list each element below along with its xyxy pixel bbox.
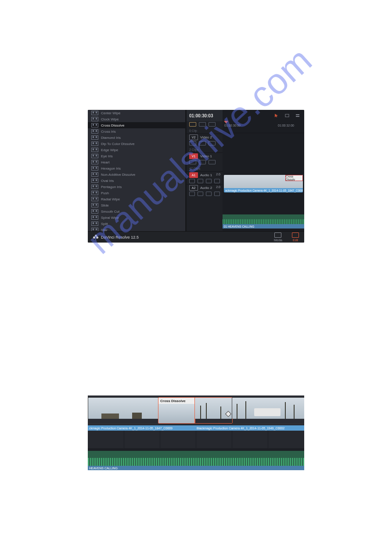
track-name: Video 2 bbox=[200, 135, 212, 139]
opt-icon[interactable] bbox=[209, 122, 216, 127]
effect-item[interactable]: Radial Wipe bbox=[88, 196, 185, 202]
page-edit[interactable]: Edit bbox=[292, 232, 299, 242]
timeline-ruler[interactable]: 01:00:30:00 01:00:32:00 bbox=[223, 121, 304, 133]
resolve-logo-icon bbox=[93, 235, 98, 240]
app-logo[interactable]: DaVinci Resolve 12.5 bbox=[93, 235, 139, 240]
effect-item[interactable]: Spiral Wipe bbox=[88, 214, 185, 221]
effect-item[interactable]: Heart bbox=[88, 159, 185, 165]
timeline[interactable]: 01:00:30:00 01:00:32:00 Cross Dissolv ac… bbox=[223, 110, 304, 231]
audio-name-strip: 01 HEAVENS CALLING bbox=[223, 224, 304, 229]
track-badge[interactable]: A2 bbox=[189, 185, 198, 191]
video-clip[interactable]: Cross Dissolv ackmagic Production Camera… bbox=[224, 175, 303, 192]
transition-label[interactable]: Cross Dissolv bbox=[285, 175, 303, 181]
audio-clip[interactable]: 01 HEAVENS CALLING bbox=[223, 214, 304, 224]
page-media[interactable]: Media bbox=[274, 232, 282, 242]
solo-icon[interactable] bbox=[198, 179, 203, 183]
track-v1[interactable]: V1Video 1 47 Clips bbox=[187, 152, 223, 171]
effect-label: Edge Wipe bbox=[101, 148, 118, 152]
video-clip[interactable] bbox=[232, 397, 304, 424]
mute-icon[interactable] bbox=[189, 192, 195, 196]
transition-icon bbox=[91, 215, 98, 220]
marker-icon[interactable] bbox=[189, 122, 196, 127]
effect-item[interactable]: Non-Additive Dissolve bbox=[88, 171, 185, 178]
transition-icon bbox=[91, 123, 98, 127]
video-clip[interactable] bbox=[194, 397, 233, 424]
toggle-icon[interactable] bbox=[199, 141, 206, 145]
toggle-icon[interactable] bbox=[199, 160, 206, 164]
toggle-icon[interactable] bbox=[209, 141, 216, 145]
effect-label: Pentagon Iris bbox=[101, 185, 122, 189]
effect-label: Star bbox=[101, 228, 108, 232]
track-v2[interactable]: V2Video 2 2 Clips bbox=[187, 134, 223, 152]
transition-icon bbox=[91, 172, 98, 177]
effect-item[interactable]: Split bbox=[88, 221, 185, 227]
effect-label: Hexagon Iris bbox=[101, 167, 121, 170]
effect-label: Eye Iris bbox=[101, 154, 113, 158]
lock-icon[interactable] bbox=[189, 160, 196, 164]
track-badge[interactable]: A1 bbox=[189, 172, 198, 178]
video-lane[interactable]: Cross Dissolve bbox=[88, 395, 304, 426]
effect-item[interactable]: Center Wipe bbox=[88, 110, 185, 116]
effect-item[interactable]: Cross Dissolve bbox=[88, 122, 185, 128]
track-badge[interactable]: V1 bbox=[189, 153, 198, 159]
transition-icon bbox=[91, 160, 98, 164]
track-badge[interactable]: V2 bbox=[189, 134, 198, 140]
channel-count: 2.0 bbox=[216, 173, 220, 176]
toggle-icon[interactable] bbox=[214, 192, 220, 196]
effect-label: Split bbox=[101, 222, 108, 226]
svg-rect-1 bbox=[296, 114, 299, 115]
playhead-icon[interactable] bbox=[224, 121, 228, 123]
track-a1[interactable]: A1Audio 1 2.0 bbox=[187, 171, 223, 184]
transition-icon bbox=[91, 185, 98, 189]
timecode-display[interactable]: 01:00:30:03 bbox=[187, 110, 223, 121]
toggle-icon[interactable] bbox=[206, 192, 212, 196]
effect-label: Clock Wipe bbox=[101, 117, 119, 121]
effect-item[interactable]: Hexagon Iris bbox=[88, 165, 185, 171]
solo-icon[interactable] bbox=[198, 192, 203, 196]
toggle-icon[interactable] bbox=[209, 160, 216, 164]
transition-icon bbox=[91, 197, 98, 201]
effect-item[interactable]: Star bbox=[88, 227, 185, 231]
effect-item[interactable]: Smooth Cut bbox=[88, 208, 185, 214]
audio-clip[interactable]: HEAVENS CALLING bbox=[88, 451, 304, 470]
effect-item[interactable]: Edge Wipe bbox=[88, 147, 185, 153]
effect-item[interactable]: Clock Wipe bbox=[88, 116, 185, 122]
effect-label: Radial Wipe bbox=[101, 197, 120, 201]
effect-item[interactable]: Eye Iris bbox=[88, 153, 185, 159]
pointer-tool-icon[interactable] bbox=[274, 113, 279, 118]
mute-icon[interactable] bbox=[189, 179, 195, 183]
options-icon[interactable] bbox=[295, 113, 300, 118]
channel-count: 2.0 bbox=[216, 185, 220, 189]
media-page-icon bbox=[274, 232, 281, 238]
effect-item[interactable]: Cross Iris bbox=[88, 128, 185, 134]
video-clip[interactable] bbox=[88, 397, 159, 424]
toggle-icon[interactable] bbox=[206, 179, 212, 183]
track-a2[interactable]: A2Audio 2 2.0 bbox=[187, 184, 223, 197]
effect-item[interactable]: Slide bbox=[88, 202, 185, 208]
timeline-closeup: Cross Dissolve ckmagic Production Camera… bbox=[88, 395, 304, 470]
effect-label: Heart bbox=[101, 160, 110, 164]
effect-label: Diamond Iris bbox=[101, 136, 121, 140]
effect-item[interactable]: Dip To Color Dissolve bbox=[88, 141, 185, 147]
toggle-icon[interactable] bbox=[214, 179, 220, 183]
track-info: 0 Clip bbox=[187, 127, 223, 134]
clip-name-strip: ckmagic Production Camera 4K_1_2014-11-0… bbox=[88, 425, 197, 431]
waveform bbox=[88, 458, 304, 466]
page-label: Media bbox=[274, 239, 282, 242]
transition-icon bbox=[91, 209, 98, 214]
effect-item[interactable]: Push bbox=[88, 190, 185, 196]
transition-icon bbox=[91, 154, 98, 158]
track-clip-count: 47 Clips bbox=[187, 165, 223, 171]
opt-icon[interactable] bbox=[199, 122, 206, 127]
effect-item[interactable]: Diamond Iris bbox=[88, 134, 185, 141]
track-controls: 01:00:30:03 0 Clip V2Video 2 2 Clips V1V… bbox=[187, 110, 223, 231]
transition-clip[interactable]: Cross Dissolve bbox=[158, 397, 195, 424]
effect-item[interactable]: Pentagon Iris bbox=[88, 184, 185, 190]
svg-rect-0 bbox=[285, 114, 289, 117]
transition-icon bbox=[91, 129, 98, 134]
effect-label: Dip To Color Dissolve bbox=[101, 142, 134, 146]
effect-label: Slide bbox=[101, 203, 109, 207]
effect-item[interactable]: Oval Iris bbox=[88, 178, 185, 184]
lock-icon[interactable] bbox=[189, 141, 196, 145]
blade-tool-icon[interactable] bbox=[285, 113, 289, 118]
